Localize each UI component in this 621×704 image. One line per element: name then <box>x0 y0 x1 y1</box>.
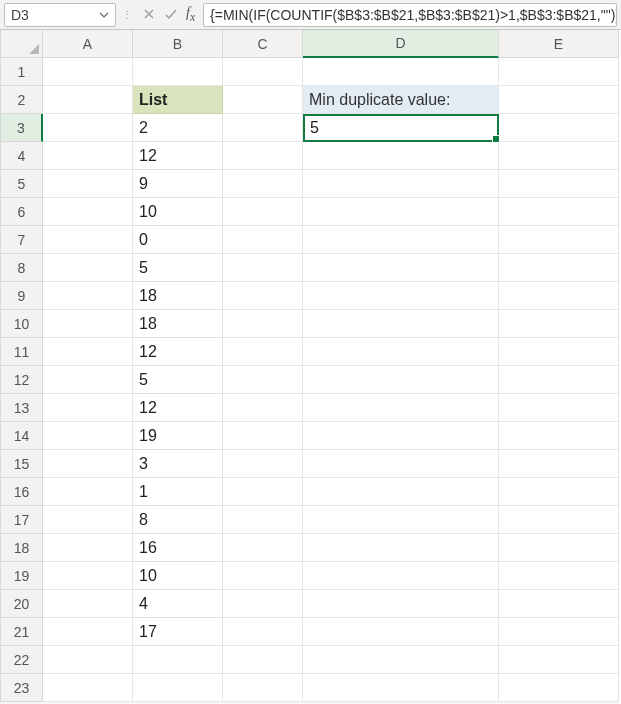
cell-C7[interactable] <box>223 226 303 254</box>
cell-C15[interactable] <box>223 450 303 478</box>
cell-A15[interactable] <box>43 450 133 478</box>
row-header-2[interactable]: 2 <box>1 86 43 114</box>
list-value-cell[interactable]: 10 <box>133 198 223 226</box>
cell-B1[interactable] <box>133 58 223 86</box>
column-header-E[interactable]: E <box>499 30 619 58</box>
list-value-cell[interactable]: 2 <box>133 114 223 142</box>
cell-D12[interactable] <box>303 366 499 394</box>
cell-C14[interactable] <box>223 422 303 450</box>
cell-D22[interactable] <box>303 646 499 674</box>
cell-C4[interactable] <box>223 142 303 170</box>
cell-C2[interactable] <box>223 86 303 114</box>
list-value-cell[interactable]: 3 <box>133 450 223 478</box>
cell-E9[interactable] <box>499 282 619 310</box>
cell-A18[interactable] <box>43 534 133 562</box>
list-value-cell[interactable]: 5 <box>133 254 223 282</box>
cell-E4[interactable] <box>499 142 619 170</box>
row-header-23[interactable]: 23 <box>1 674 43 702</box>
cell-C1[interactable] <box>223 58 303 86</box>
cell-E3[interactable] <box>499 114 619 142</box>
list-value-cell[interactable]: 4 <box>133 590 223 618</box>
cell-D18[interactable] <box>303 534 499 562</box>
cell-C6[interactable] <box>223 198 303 226</box>
cell-E19[interactable] <box>499 562 619 590</box>
cell-D20[interactable] <box>303 590 499 618</box>
cell-C18[interactable] <box>223 534 303 562</box>
row-header-9[interactable]: 9 <box>1 282 43 310</box>
cell-A5[interactable] <box>43 170 133 198</box>
name-box[interactable]: D3 <box>4 3 116 27</box>
cell-E14[interactable] <box>499 422 619 450</box>
cell-D5[interactable] <box>303 170 499 198</box>
row-header-15[interactable]: 15 <box>1 450 43 478</box>
fx-icon[interactable]: fx <box>186 5 195 24</box>
cell-E10[interactable] <box>499 310 619 338</box>
cell-A10[interactable] <box>43 310 133 338</box>
row-header-19[interactable]: 19 <box>1 562 43 590</box>
cell-C23[interactable] <box>223 674 303 702</box>
cell-E2[interactable] <box>499 86 619 114</box>
list-value-cell[interactable]: 18 <box>133 310 223 338</box>
cell-E16[interactable] <box>499 478 619 506</box>
cell-A9[interactable] <box>43 282 133 310</box>
cell-D19[interactable] <box>303 562 499 590</box>
column-header-A[interactable]: A <box>43 30 133 58</box>
cell-E17[interactable] <box>499 506 619 534</box>
cell-A4[interactable] <box>43 142 133 170</box>
cell-E1[interactable] <box>499 58 619 86</box>
row-header-11[interactable]: 11 <box>1 338 43 366</box>
cell-A17[interactable] <box>43 506 133 534</box>
row-header-17[interactable]: 17 <box>1 506 43 534</box>
cell-A2[interactable] <box>43 86 133 114</box>
row-header-12[interactable]: 12 <box>1 366 43 394</box>
cell-D16[interactable] <box>303 478 499 506</box>
list-value-cell[interactable]: 8 <box>133 506 223 534</box>
list-value-cell[interactable]: 10 <box>133 562 223 590</box>
list-value-cell[interactable]: 5 <box>133 366 223 394</box>
cell-E13[interactable] <box>499 394 619 422</box>
cell-E21[interactable] <box>499 618 619 646</box>
cell-A6[interactable] <box>43 198 133 226</box>
min-dup-result-cell[interactable]: 5 <box>303 114 499 142</box>
cell-D7[interactable] <box>303 226 499 254</box>
row-header-13[interactable]: 13 <box>1 394 43 422</box>
list-value-cell[interactable]: 12 <box>133 394 223 422</box>
row-header-6[interactable]: 6 <box>1 198 43 226</box>
list-value-cell[interactable]: 0 <box>133 226 223 254</box>
row-header-10[interactable]: 10 <box>1 310 43 338</box>
cell-C3[interactable] <box>223 114 303 142</box>
cell-E23[interactable] <box>499 674 619 702</box>
cell-D11[interactable] <box>303 338 499 366</box>
cell-C5[interactable] <box>223 170 303 198</box>
row-header-22[interactable]: 22 <box>1 646 43 674</box>
enter-icon[interactable] <box>164 7 178 21</box>
cell-C16[interactable] <box>223 478 303 506</box>
cell-C9[interactable] <box>223 282 303 310</box>
cell-D17[interactable] <box>303 506 499 534</box>
cell-A12[interactable] <box>43 366 133 394</box>
cell-D10[interactable] <box>303 310 499 338</box>
cell-A8[interactable] <box>43 254 133 282</box>
list-value-cell[interactable]: 16 <box>133 534 223 562</box>
cell-A7[interactable] <box>43 226 133 254</box>
cell-E11[interactable] <box>499 338 619 366</box>
cell-C22[interactable] <box>223 646 303 674</box>
min-dup-label-cell[interactable]: Min duplicate value: <box>303 86 499 114</box>
cell-A14[interactable] <box>43 422 133 450</box>
cell-A22[interactable] <box>43 646 133 674</box>
cell-E5[interactable] <box>499 170 619 198</box>
cancel-icon[interactable] <box>142 7 156 21</box>
row-header-8[interactable]: 8 <box>1 254 43 282</box>
column-header-C[interactable]: C <box>223 30 303 58</box>
spreadsheet-grid[interactable]: ABCDE12ListMin duplicate value:325412596… <box>0 30 621 702</box>
row-header-5[interactable]: 5 <box>1 170 43 198</box>
cell-D15[interactable] <box>303 450 499 478</box>
cell-D13[interactable] <box>303 394 499 422</box>
cell-A11[interactable] <box>43 338 133 366</box>
row-header-21[interactable]: 21 <box>1 618 43 646</box>
cell-C12[interactable] <box>223 366 303 394</box>
list-value-cell[interactable]: 19 <box>133 422 223 450</box>
cell-C20[interactable] <box>223 590 303 618</box>
column-header-D[interactable]: D <box>303 30 499 58</box>
cell-E8[interactable] <box>499 254 619 282</box>
